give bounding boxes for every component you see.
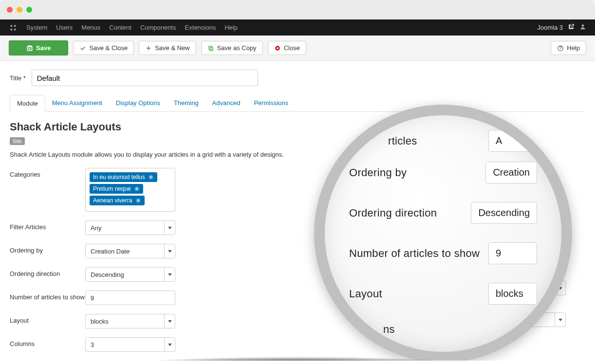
copy-icon (207, 45, 214, 52)
menu-help[interactable]: Help (224, 24, 238, 31)
chevron-down-icon (164, 268, 175, 281)
mag-label: rticles (388, 135, 417, 147)
save-label: Save (36, 44, 51, 52)
tab-module[interactable]: Module (10, 95, 45, 112)
mag-layout-label: Layout (349, 288, 382, 300)
svg-point-2 (10, 28, 13, 31)
plus-icon (145, 45, 152, 52)
num-articles-label: Number of articles to show (10, 291, 85, 301)
menu-users[interactable]: Users (56, 24, 73, 31)
help-button[interactable]: Help (551, 41, 586, 55)
menu-system[interactable]: System (26, 24, 47, 31)
chevron-down-icon (555, 313, 565, 327)
tab-display-options[interactable]: Display Options (109, 95, 167, 111)
mag-ordering-by-label: Ordering by (349, 166, 407, 179)
tab-menu-assignment[interactable]: Menu Assignment (45, 95, 109, 111)
menu-extensions[interactable]: Extensions (185, 24, 216, 31)
layout-select[interactable]: blocks (85, 314, 175, 328)
remove-tag-icon[interactable] (135, 198, 141, 203)
menu-content[interactable]: Content (109, 24, 131, 31)
mag-layout-select[interactable]: blocks (488, 283, 537, 305)
filter-label: Filter Articles (10, 220, 85, 231)
mag-ordering-direction-label: Ordering direction (349, 207, 437, 219)
title-label: Title * (10, 74, 26, 82)
check-icon (26, 45, 33, 52)
close-icon (274, 45, 281, 52)
site-badge: Site (10, 137, 25, 145)
site-name-link[interactable]: Joomla 3 (537, 24, 563, 31)
chevron-down-icon (164, 314, 175, 328)
filter-select[interactable]: Any (85, 220, 175, 235)
admin-topbar: System Users Menus Content Components Ex… (0, 19, 595, 36)
traffic-light-minimize[interactable] (17, 7, 22, 13)
chevron-down-icon (164, 244, 175, 258)
help-icon (557, 45, 564, 52)
tab-permissions[interactable]: Permissions (247, 95, 295, 111)
user-icon[interactable] (579, 23, 586, 32)
menu-menus[interactable]: Menus (81, 24, 100, 31)
ordering-by-select[interactable]: Creation Date (85, 244, 175, 258)
categories-label: Categories (10, 168, 85, 178)
svg-point-1 (14, 25, 17, 27)
magnifier-lens: rticles A Ordering by Creation Ordering … (314, 105, 572, 361)
svg-point-3 (14, 28, 17, 31)
tabs: Module Menu Assignment Display Options T… (10, 95, 585, 112)
ordering-direction-select[interactable]: Descending (85, 267, 175, 282)
save-new-button[interactable]: Save & New (139, 41, 196, 55)
category-tag[interactable]: In eu euismod tellus (90, 172, 157, 182)
mag-ordering-direction-select[interactable]: Descending (471, 202, 537, 224)
chevron-down-icon (164, 338, 175, 351)
title-input[interactable] (32, 70, 258, 86)
chevron-down-icon (164, 221, 175, 235)
joomla-logo-icon (9, 23, 18, 32)
ordering-by-label: Ordering by (10, 244, 85, 254)
traffic-light-close[interactable] (7, 7, 13, 13)
svg-point-0 (10, 25, 13, 27)
layout-label: Layout (10, 314, 85, 324)
columns-select[interactable]: 3 (85, 337, 175, 352)
menu-components[interactable]: Components (140, 24, 176, 31)
remove-tag-icon[interactable] (148, 174, 154, 180)
mag-label: ns (383, 323, 395, 336)
remove-tag-icon[interactable] (134, 186, 140, 192)
content-area: Title * Module Menu Assignment Display O… (0, 61, 595, 352)
tab-advanced[interactable]: Advanced (205, 95, 247, 111)
close-button[interactable]: Close (268, 41, 306, 55)
check-icon (79, 45, 86, 52)
svg-point-4 (582, 24, 584, 27)
categories-field[interactable]: In eu euismod tellus Pretium neque Aenea… (85, 168, 175, 212)
mag-num-articles-input[interactable]: 9 (488, 242, 537, 264)
columns-label: Columns (10, 337, 85, 347)
num-articles-input[interactable]: 9 (85, 291, 175, 305)
external-link-icon (568, 23, 575, 32)
mag-num-articles-label: Number of articles to show (349, 247, 480, 260)
save-button[interactable]: Save (9, 40, 68, 55)
traffic-light-zoom[interactable] (26, 7, 32, 13)
save-copy-button[interactable]: Save as Copy (201, 41, 263, 55)
mag-ordering-by-select[interactable]: Creation (485, 162, 537, 183)
save-close-button[interactable]: Save & Close (73, 41, 134, 55)
action-toolbar: Save Save & Close Save & New Save as Cop… (0, 36, 595, 61)
window-chrome (0, 0, 595, 19)
category-tag[interactable]: Aenean viverra (90, 196, 145, 205)
ordering-direction-label: Ordering direction (10, 267, 85, 277)
category-tag[interactable]: Pretium neque (90, 184, 143, 194)
tab-theming[interactable]: Theming (167, 95, 205, 111)
